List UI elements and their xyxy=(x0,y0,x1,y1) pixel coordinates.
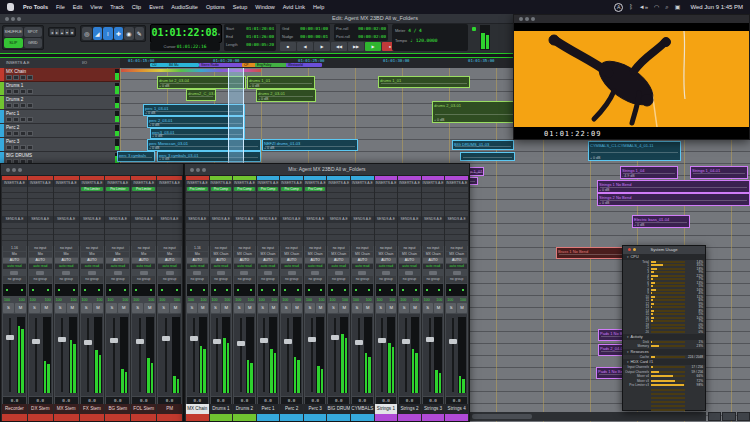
automation-mode-value[interactable]: auto read xyxy=(106,264,129,269)
track-row[interactable]: Perc 3 xyxy=(0,138,120,152)
audio-clip[interactable]: NEFZI drums_01-03 + 0 dB xyxy=(262,139,358,151)
fader-handle[interactable] xyxy=(213,339,221,344)
output-path[interactable]: Mix xyxy=(29,252,52,257)
window-controls[interactable] xyxy=(628,248,636,251)
fader-handle[interactable] xyxy=(237,341,245,346)
edit-mode-button[interactable]: SHUFFLE xyxy=(4,27,23,37)
channel-name[interactable]: FX Stem xyxy=(80,404,105,414)
pan-knob[interactable] xyxy=(398,270,421,276)
mixer-channel-strip[interactable]: INSERTS A-E SENDS A-E no input MX Chain … xyxy=(327,176,350,421)
mute-button[interactable]: M xyxy=(363,303,373,313)
track-name[interactable]: Perc 2 xyxy=(6,125,112,130)
fader-handle[interactable] xyxy=(84,340,92,345)
insert-plugin[interactable]: Pro Comp xyxy=(234,187,255,191)
mixer-channel-strip[interactable]: INSERTS A-E SENDS A-E no input MX Chain … xyxy=(351,176,374,421)
insert-plugin[interactable]: Pro Comp xyxy=(281,187,302,191)
audio-clip[interactable]: perc 3 cymbals xyxy=(117,151,155,162)
solo-button[interactable]: S xyxy=(376,303,386,313)
channel-name[interactable]: Perc 1 xyxy=(257,404,280,414)
zoom-button[interactable]: ■ xyxy=(70,29,74,35)
video-viewport[interactable]: 01:01:22:09 xyxy=(514,23,749,139)
zoom-button[interactable]: ◄ xyxy=(50,29,54,35)
group-assignment[interactable]: no group xyxy=(187,276,208,283)
channel-name[interactable]: Perc 2 xyxy=(280,404,303,414)
counter-dropdown-icon[interactable]: ▾ xyxy=(218,31,221,37)
automation-mode-button[interactable]: AUTO xyxy=(376,258,397,263)
group-assignment[interactable]: no group xyxy=(305,276,326,283)
output-path[interactable]: Mix xyxy=(81,252,104,257)
mixer-channel-strip[interactable]: INSERTS A-E SENDS A-E no input MX Chain … xyxy=(375,176,398,421)
automation-mode-value[interactable]: auto read xyxy=(211,264,232,269)
pan-knob[interactable] xyxy=(105,270,130,276)
track-row[interactable]: Drums 2 xyxy=(0,96,120,110)
automation-mode-button[interactable]: AUTO xyxy=(281,258,302,263)
track-name[interactable]: Perc 1 xyxy=(6,111,112,116)
input-path[interactable]: no input xyxy=(81,246,104,251)
memory-marker[interactable]: CP xyxy=(242,63,256,67)
group-assignment[interactable]: no group xyxy=(328,276,349,283)
automation-mode-button[interactable]: AUTO xyxy=(132,258,155,263)
automation-mode-value[interactable]: auto read xyxy=(29,264,52,269)
track-name[interactable]: Drums 1 xyxy=(6,83,112,88)
automation-mode-button[interactable]: AUTO xyxy=(106,258,129,263)
input-path[interactable]: no input xyxy=(399,246,420,251)
selection-field[interactable]: End01:01:26:00 xyxy=(226,33,274,41)
mixer-channel-strip[interactable]: INSERTS A-E SENDS A-E 1-16 Mix AUTO auto… xyxy=(2,176,27,421)
fader-handle[interactable] xyxy=(449,339,457,344)
input-path[interactable]: no input xyxy=(446,246,467,251)
channel-name[interactable]: FOL Stem xyxy=(131,404,156,414)
mute-button[interactable]: M xyxy=(434,303,444,313)
selection-field[interactable]: Start01:01:20:04 xyxy=(226,25,274,33)
output-path[interactable]: Mix xyxy=(187,252,208,257)
menu-item[interactable]: Setup xyxy=(229,0,251,14)
pencil-tool[interactable]: ✎ xyxy=(135,27,145,40)
mute-button[interactable]: M xyxy=(410,303,420,313)
trim-tool[interactable]: ◢ xyxy=(93,27,103,40)
mixer-channel-strip[interactable]: INSERTS A-E SENDS A-E no input MX Chain … xyxy=(398,176,421,421)
automation-mode-value[interactable]: auto read xyxy=(399,264,420,269)
solo-button[interactable]: S xyxy=(158,303,169,313)
automation-mode-button[interactable]: AUTO xyxy=(81,258,104,263)
fader-handle[interactable] xyxy=(355,340,363,345)
pan-knob[interactable] xyxy=(28,270,53,276)
pan-knob[interactable] xyxy=(327,270,350,276)
fader-handle[interactable] xyxy=(136,339,144,344)
track-name[interactable]: Perc 3 xyxy=(6,139,112,144)
group-assignment[interactable]: no group xyxy=(55,276,78,283)
automation-mode-value[interactable]: auto read xyxy=(376,264,397,269)
solo-button[interactable]: S xyxy=(132,303,143,313)
audio-clip[interactable]: CYMBALS_C1-CYMBALS_4_01-11 + 0 dB xyxy=(588,141,681,161)
fader-handle[interactable] xyxy=(58,337,66,342)
fader-handle[interactable] xyxy=(162,336,170,341)
mute-button[interactable]: M xyxy=(339,303,349,313)
window-controls[interactable] xyxy=(5,17,21,21)
track-buttons[interactable] xyxy=(6,117,112,122)
pan-knob[interactable] xyxy=(80,270,105,276)
pan-knob[interactable] xyxy=(186,270,209,276)
audio-clip[interactable]: perc 3 cymbals_03-01 + 0 dB xyxy=(157,151,261,162)
scrubber-tool[interactable]: ◉ xyxy=(124,27,134,40)
automation-mode-button[interactable]: AUTO xyxy=(3,258,26,263)
pan-knob[interactable] xyxy=(351,270,374,276)
solo-button[interactable]: S xyxy=(81,303,92,313)
group-assignment[interactable]: no group xyxy=(446,276,467,283)
automation-mode-button[interactable]: AUTO xyxy=(55,258,78,263)
output-path[interactable]: MX Chain xyxy=(376,252,397,257)
menu-item[interactable]: Edit xyxy=(69,0,86,14)
mixer-channel-strip[interactable]: INSERTS A-E SENDS A-E no input MX Chain … xyxy=(445,176,468,421)
solo-button[interactable]: S xyxy=(106,303,117,313)
automation-mode-value[interactable]: auto read xyxy=(423,264,444,269)
mute-button[interactable]: M xyxy=(41,303,52,313)
io-view-label[interactable]: I/O xyxy=(76,58,87,68)
input-path[interactable]: no input xyxy=(258,246,279,251)
bluetooth-icon[interactable]: ᛒ xyxy=(626,0,636,14)
pan-knob[interactable] xyxy=(304,270,327,276)
group-assignment[interactable]: no group xyxy=(399,276,420,283)
mute-button[interactable]: M xyxy=(316,303,326,313)
fader-handle[interactable] xyxy=(260,338,268,343)
solo-button[interactable]: S xyxy=(29,303,40,313)
insert-plugin[interactable]: Pro Limiter xyxy=(187,187,208,191)
automation-mode-button[interactable]: AUTO xyxy=(352,258,373,263)
automation-mode-value[interactable]: auto read xyxy=(132,264,155,269)
channel-name[interactable]: Drums 1 xyxy=(210,404,233,414)
